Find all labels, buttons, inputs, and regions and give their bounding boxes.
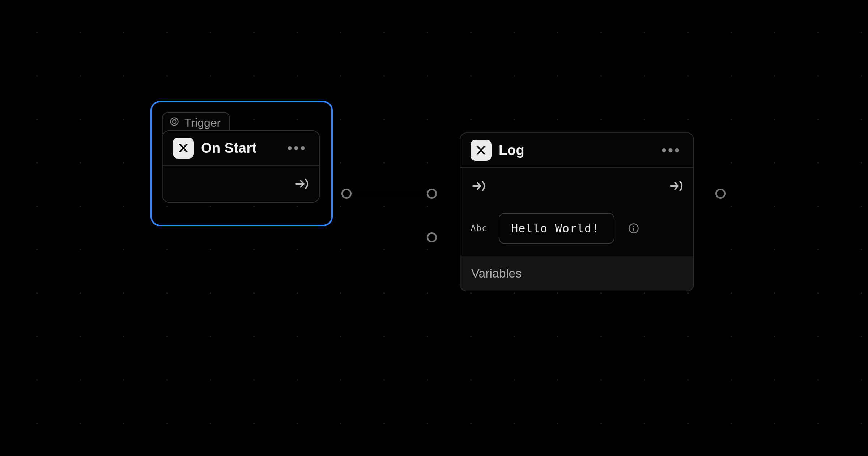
abc-type-label: Abc bbox=[471, 223, 489, 233]
variables-label: Variables bbox=[471, 266, 522, 280]
svg-point-1 bbox=[173, 120, 176, 124]
variables-section[interactable]: Variables bbox=[460, 256, 693, 291]
input-port[interactable] bbox=[427, 189, 437, 199]
flow-out-icon[interactable] bbox=[294, 176, 309, 191]
info-icon[interactable] bbox=[628, 223, 639, 234]
node-title: On Start bbox=[201, 140, 278, 156]
node-more-button[interactable]: ••• bbox=[285, 140, 309, 156]
node-flow-row bbox=[460, 168, 693, 204]
flow-out-icon[interactable] bbox=[668, 178, 683, 194]
node-log[interactable]: Log ••• Abc Hello World! Variables bbox=[460, 132, 694, 291]
log-text-row: Abc Hello World! bbox=[460, 204, 693, 256]
node-more-button[interactable]: ••• bbox=[659, 142, 683, 159]
flow-in-icon[interactable] bbox=[471, 178, 486, 194]
node-canvas[interactable] bbox=[0, 0, 868, 456]
node-header: Log ••• bbox=[460, 133, 693, 168]
input-port-secondary[interactable] bbox=[427, 232, 437, 242]
connection-edge[interactable] bbox=[353, 194, 425, 194]
app-logo-icon bbox=[471, 140, 492, 161]
node-title: Log bbox=[499, 143, 652, 158]
svg-point-4 bbox=[633, 226, 634, 227]
output-port[interactable] bbox=[715, 189, 726, 199]
node-header: On Start ••• bbox=[163, 131, 319, 166]
log-text-input[interactable]: Hello World! bbox=[499, 213, 614, 244]
app-logo-icon bbox=[173, 138, 194, 159]
trigger-tag-label: Trigger bbox=[184, 116, 221, 130]
node-on-start[interactable]: On Start ••• bbox=[162, 130, 320, 203]
svg-point-0 bbox=[171, 118, 178, 126]
target-icon bbox=[169, 116, 179, 130]
node-flow-row bbox=[163, 166, 319, 202]
output-port[interactable] bbox=[341, 189, 352, 199]
